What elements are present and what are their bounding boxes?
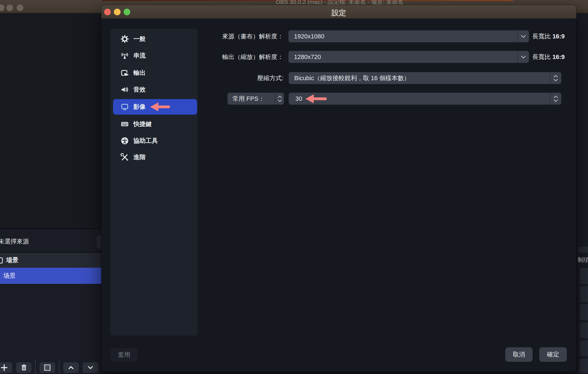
controls-dock-button[interactable]: [580, 268, 588, 284]
apply-button-label: 套用: [118, 351, 130, 359]
scene-item-label: 场景: [3, 268, 16, 284]
gear-icon: [119, 35, 131, 43]
main-zoom-button[interactable]: [17, 4, 23, 11]
main-minimize-button[interactable]: [6, 4, 13, 11]
ok-button-label: 確定: [547, 350, 559, 359]
cancel-button-label: 取消: [513, 350, 525, 359]
output-resolution-label: 輸出（縮放）解析度：: [190, 51, 283, 63]
move-scene-up-button[interactable]: [63, 362, 79, 373]
ok-button[interactable]: 確定: [539, 347, 567, 362]
controls-dock-button[interactable]: [580, 304, 588, 320]
chevron-up-icon: [67, 364, 75, 371]
move-scene-down-button[interactable]: [83, 362, 98, 373]
sidebar-item-label: 進階: [133, 153, 146, 161]
aspect-label: 長寬比: [532, 53, 551, 60]
sidebar-item-label: 串流: [133, 51, 146, 60]
scene-filters-button[interactable]: [40, 362, 55, 373]
screen: OBS 30.0.2 (mac) - 設定檔: 未命名 - 場景: 未命名 未選…: [0, 0, 588, 374]
dialog-title: 設定: [101, 8, 576, 18]
filters-icon: [43, 364, 51, 371]
main-window-title: OBS 30.0.2 (mac) - 設定檔: 未命名 - 場景: 未命名: [245, 0, 434, 5]
aspect-value: 16:9: [552, 33, 565, 40]
arrow-shaft: [158, 105, 170, 108]
dropdown-section: [517, 51, 529, 63]
annotation-arrow-fps: [305, 94, 327, 103]
no-source-selected-label: 未選擇來源: [0, 235, 87, 248]
aspect-label: 長寬比: [532, 33, 551, 40]
controls-dock-header: 制項: [578, 254, 588, 265]
canvas-resolution-combo[interactable]: 1920x1080: [288, 30, 529, 42]
keyboard-icon: [119, 120, 131, 128]
sidebar-item-advanced[interactable]: 進階: [113, 149, 197, 165]
dropdown-section: [517, 30, 529, 42]
sidebar-item-label: 影像: [133, 103, 146, 111]
sidebar-item-stream[interactable]: 串流: [113, 48, 197, 63]
controls-dock-button[interactable]: [580, 286, 588, 302]
plus-icon: [0, 363, 8, 372]
spinner-section: [275, 93, 284, 105]
controls-dock-band: [578, 247, 588, 253]
sidebar-item-output[interactable]: 輸出: [113, 65, 197, 81]
aspect-value: 16:9: [552, 53, 565, 60]
sidebar-item-label: 一般: [133, 35, 146, 43]
downscale-filter-label: 壓縮方式:: [190, 72, 283, 84]
chevron-down-icon: [521, 55, 526, 59]
sidebar-item-audio[interactable]: 音效: [113, 82, 197, 97]
scenes-dock-header: 場景: [0, 253, 101, 268]
controls-dock-button[interactable]: [580, 340, 588, 356]
accessibility-icon: [119, 137, 131, 145]
canvas-resolution-label: 來源（畫布）解析度：: [190, 30, 283, 42]
toolbar-separator: [35, 360, 36, 374]
arrow-head: [150, 102, 158, 111]
sidebar-item-hotkeys[interactable]: 快捷鍵: [113, 116, 197, 132]
scenes-dock-body: [0, 284, 101, 374]
fps-value: 30: [289, 95, 550, 102]
downscale-filter-combo[interactable]: Bicubic（縮放後較銳利，取 16 個樣本數）: [289, 72, 561, 84]
output-resolution-combo[interactable]: 1280x720: [288, 51, 529, 63]
speaker-icon: [119, 85, 131, 94]
output-aspect-ratio: 長寬比 16:9: [532, 51, 565, 63]
dialog-titlebar: 設定: [101, 5, 576, 19]
broadcast-icon: [119, 51, 131, 60]
controls-dock-button[interactable]: [580, 322, 588, 338]
arrow-head: [305, 94, 314, 103]
sidebar-item-label: 輸出: [133, 69, 146, 77]
fps-type-label: 常用 FPS：: [227, 95, 275, 103]
chevrons-up-down-icon: [278, 95, 282, 102]
sidebar-item-label: 音效: [133, 85, 146, 94]
annotation-arrow-video: [150, 102, 170, 111]
toolbar-separator: [59, 360, 59, 374]
tools-icon: [119, 153, 131, 161]
canvas-aspect-ratio: 長寬比 16:9: [532, 30, 565, 42]
scenes-icon: [0, 257, 3, 265]
chevrons-up-down-icon: [553, 95, 558, 102]
sidebar-item-label: 協助工具: [133, 137, 158, 145]
chevrons-up-down-icon: [553, 75, 558, 82]
controls-dock-button[interactable]: [580, 358, 588, 373]
scene-list-item-selected[interactable]: 场景: [0, 268, 101, 284]
output-resolution-value: 1280x720: [288, 53, 517, 61]
downscale-filter-value: Bicubic（縮放後較銳利，取 16 個樣本數）: [289, 74, 550, 82]
cancel-button[interactable]: 取消: [505, 347, 533, 362]
add-scene-button[interactable]: [0, 362, 12, 373]
sidebar-item-general[interactable]: 一般: [113, 31, 197, 47]
sidebar-item-label: 快捷鍵: [133, 120, 152, 128]
trash-icon: [20, 364, 28, 371]
spinner-section: [550, 72, 561, 84]
chevron-down-icon: [87, 364, 94, 371]
spinner-section: [550, 93, 561, 105]
settings-dialog: 設定: [101, 5, 576, 372]
remove-scene-button[interactable]: [16, 362, 31, 373]
fps-value-combo[interactable]: 30: [289, 93, 561, 105]
scenes-header-label: 場景: [6, 253, 18, 268]
apply-button[interactable]: 套用: [111, 348, 138, 361]
output-camera-icon: [119, 69, 131, 77]
monitor-icon: [119, 103, 131, 111]
fps-type-combo[interactable]: 常用 FPS：: [227, 93, 284, 105]
canvas-resolution-value: 1920x1080: [288, 33, 517, 40]
chevron-down-icon: [521, 35, 526, 38]
arrow-shaft: [314, 97, 327, 100]
main-close-button[interactable]: [0, 4, 4, 11]
sidebar-item-accessibility[interactable]: 協助工具: [113, 133, 197, 149]
